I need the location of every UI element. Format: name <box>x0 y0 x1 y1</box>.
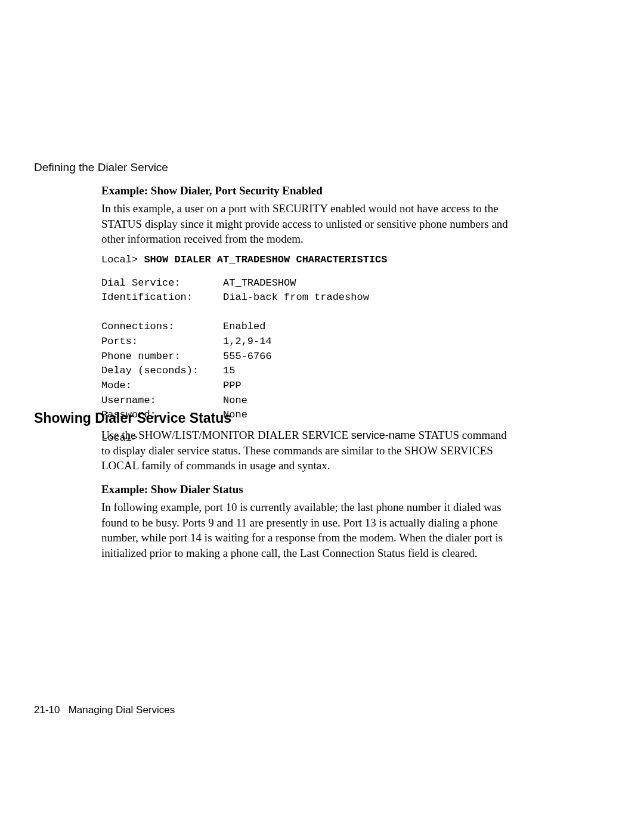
page-number: 21-10 <box>34 704 60 716</box>
page-header: Defining the Dialer Service <box>34 161 168 174</box>
intro-paragraph: In this example, a user on a port with S… <box>101 201 513 247</box>
footer-section-title: Managing Dial Services <box>69 704 175 716</box>
section-2-content: Use the SHOW/LIST/MONITOR DIALER SERVICE… <box>101 428 513 566</box>
command-text: SHOW DIALER AT_TRADESHOW CHARACTERISTICS <box>144 254 387 265</box>
page-footer: 21-10 Managing Dial Services <box>34 704 175 716</box>
header-title: Defining the Dialer Service <box>34 161 168 174</box>
status-description: Use the SHOW/LIST/MONITOR DIALER SERVICE… <box>101 428 513 473</box>
prompt: Local> <box>101 254 144 265</box>
example-body-2: In following example, port 10 is current… <box>101 500 513 561</box>
example-heading-2: Example: Show Dialer Status <box>101 483 513 496</box>
service-name-param: service-name <box>351 429 419 441</box>
command-output: Dial Service: AT_TRADESHOW Identificatio… <box>101 276 513 423</box>
section-2-heading: Showing Dialer Service Status <box>34 410 231 426</box>
example-heading-1: Example: Show Dialer, Port Security Enab… <box>101 184 513 197</box>
body-part1: Use the SHOW/LIST/MONITOR DIALER SERVICE <box>101 429 351 441</box>
command-line: Local> SHOW DIALER AT_TRADESHOW CHARACTE… <box>101 253 513 268</box>
